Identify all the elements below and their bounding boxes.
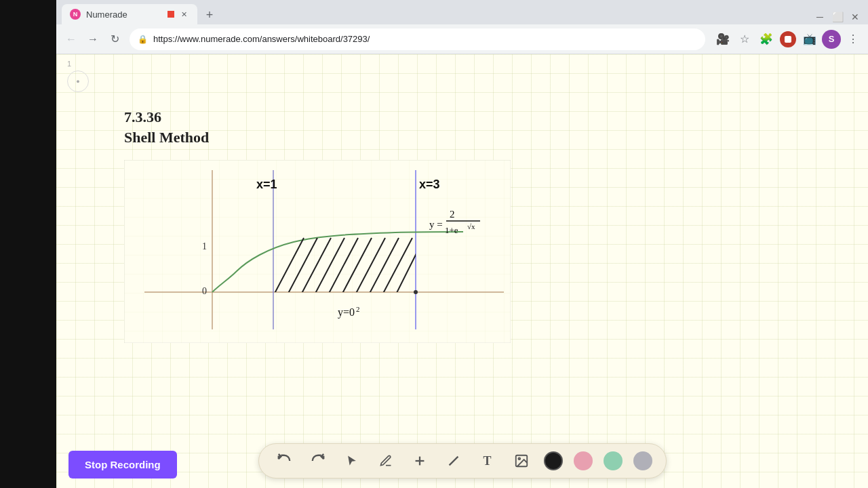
address-bar[interactable]: 🔒 https://www.numerade.com/answers/white…	[130, 28, 705, 50]
gray-color-button[interactable]	[633, 451, 652, 470]
svg-text:√x: √x	[467, 222, 475, 230]
back-button[interactable]: ←	[62, 30, 81, 49]
svg-text:2: 2	[450, 209, 455, 220]
problem-number: 7.3.36	[124, 108, 814, 126]
page-number: 1	[67, 60, 89, 68]
new-tab-button[interactable]: +	[200, 5, 219, 24]
black-color-button[interactable]	[544, 451, 563, 470]
tab-title: Numerade	[86, 9, 127, 20]
forward-button[interactable]: →	[83, 30, 102, 49]
svg-text:1+e: 1+e	[445, 225, 458, 235]
image-tool-button[interactable]	[510, 449, 533, 472]
camera-icon[interactable]: 🎥	[713, 30, 732, 49]
svg-point-32	[518, 458, 520, 460]
recording-dot	[167, 11, 174, 18]
svg-text:y =: y =	[429, 219, 443, 230]
cast-icon[interactable]: 📺	[800, 30, 819, 49]
url-text: https://www.numerade.com/answers/whitebo…	[153, 34, 370, 44]
minimize-button[interactable]: ─	[812, 9, 827, 24]
svg-rect-1	[124, 160, 511, 343]
page-circle: ●	[67, 70, 89, 92]
content-area: 7.3.36 Shell Method	[124, 108, 814, 434]
close-button[interactable]: ✕	[848, 9, 863, 24]
pencil-tool-button[interactable]	[374, 449, 397, 472]
text-tool-button[interactable]: T	[476, 449, 499, 472]
left-black-bar	[0, 0, 56, 488]
eraser-tool-button[interactable]	[442, 449, 465, 472]
restore-button[interactable]: ⬜	[830, 9, 845, 24]
svg-text:0: 0	[202, 286, 207, 296]
lock-icon: 🔒	[138, 35, 148, 44]
svg-text:2: 2	[356, 305, 360, 313]
tab-bar: N Numerade ✕ + ─ ⬜ ✕	[56, 0, 868, 24]
graph-container: 1 0 x=1 x=3 2 1+e √x y =	[124, 160, 511, 343]
redo-button[interactable]	[307, 449, 330, 472]
bottom-toolbar: Stop Recording	[56, 434, 868, 488]
teal-color-button[interactable]	[604, 451, 623, 470]
svg-text:1: 1	[202, 241, 207, 251]
drawing-toolbar: T	[258, 443, 667, 479]
record-icon-wrapper	[778, 30, 797, 49]
active-tab[interactable]: N Numerade ✕	[62, 4, 197, 24]
svg-text:y=0: y=0	[338, 306, 355, 319]
graph-svg: 1 0 x=1 x=3 2 1+e √x y =	[124, 160, 511, 343]
reload-button[interactable]: ↻	[105, 30, 124, 49]
tab-favicon: N	[70, 9, 81, 20]
svg-text:x=3: x=3	[419, 178, 440, 191]
star-icon[interactable]: ☆	[735, 30, 754, 49]
stop-recording-button[interactable]: Stop Recording	[68, 451, 177, 479]
toolbar-icons: 🎥 ☆ 🧩 📺 S ⋮	[713, 30, 863, 49]
extensions-icon[interactable]: 🧩	[757, 30, 776, 49]
tab-close-button[interactable]: ✕	[178, 9, 189, 20]
pink-color-button[interactable]	[574, 451, 593, 470]
undo-button[interactable]	[273, 449, 296, 472]
page-number-area: 1 ●	[67, 60, 89, 92]
svg-text:x=1: x=1	[256, 178, 277, 191]
browser-toolbar: ← → ↻ 🔒 https://www.numerade.com/answers…	[56, 24, 868, 54]
add-tool-button[interactable]	[408, 449, 431, 472]
profile-avatar[interactable]: S	[822, 30, 841, 49]
profile-record-icon[interactable]	[778, 30, 797, 49]
menu-button[interactable]: ⋮	[844, 30, 863, 49]
page-content: 1 ● 7.3.36 Shell Method	[56, 54, 868, 488]
svg-point-18	[414, 290, 418, 294]
select-tool-button[interactable]	[340, 449, 363, 472]
problem-title: Shell Method	[124, 129, 814, 146]
svg-line-30	[449, 457, 458, 466]
